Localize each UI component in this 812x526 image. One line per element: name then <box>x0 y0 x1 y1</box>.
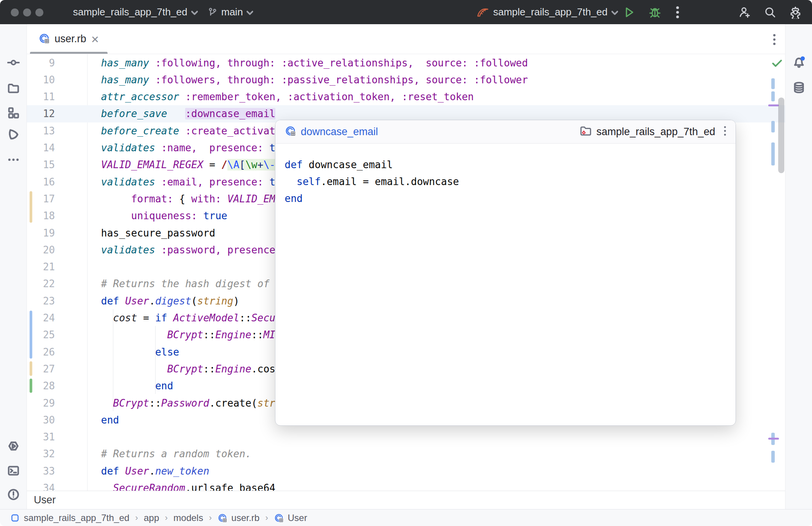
right-toolbar <box>785 24 812 509</box>
breadcrumb-label: app <box>144 513 159 523</box>
stripe-mark-blue[interactable] <box>771 121 775 132</box>
code-token: :: <box>203 363 215 375</box>
problems-tool-button[interactable] <box>7 488 20 501</box>
stripe-mark-blue[interactable] <box>771 142 775 165</box>
database-tool-button[interactable] <box>792 81 805 94</box>
code-token: new_token <box>155 465 209 477</box>
code-token: + <box>257 159 263 170</box>
code-token <box>101 346 155 358</box>
inspections-ok-check-icon[interactable] <box>771 56 784 71</box>
project-widget[interactable]: sample_rails_app_7th_ed <box>73 0 198 24</box>
code-token <box>167 312 173 324</box>
code-line-11[interactable]: 11attr_accessor :remember_token, :activa… <box>27 88 785 106</box>
code-line-32[interactable]: 32# Returns a random token. <box>27 445 785 463</box>
breadcrumb-item-app[interactable]: app <box>144 513 159 523</box>
popup-header: downcase_email sample_rails_app_7th_ed <box>275 120 736 144</box>
stripe-mark-blue[interactable] <box>771 78 775 89</box>
code-token <box>396 91 402 103</box>
popup-symbol-link[interactable]: downcase_email <box>301 126 378 138</box>
code-token: def <box>101 295 119 307</box>
ruby-icon <box>274 513 284 523</box>
pull-requests-tool-button[interactable] <box>7 128 20 141</box>
code-token <box>468 57 474 69</box>
gutter-change-marker[interactable] <box>30 361 32 375</box>
breadcrumb-item-User[interactable]: User <box>274 513 307 523</box>
notifications-bell-button[interactable] <box>792 56 805 69</box>
run-configuration-widget[interactable]: sample_rails_app_7th_ed <box>476 0 618 24</box>
tab-user-rb[interactable]: user.rb ✕ <box>30 24 108 54</box>
breadcrumb-item-user.rb[interactable]: user.rb <box>217 513 259 523</box>
search-everywhere-button[interactable] <box>764 0 777 24</box>
more-tool-windows-button[interactable] <box>7 153 20 166</box>
close-tab-icon[interactable]: ✕ <box>91 35 99 45</box>
code-token: / <box>221 159 227 170</box>
run-button[interactable] <box>623 0 635 24</box>
code-line-33[interactable]: 33def User.new_token <box>27 462 785 480</box>
breadcrumb-label: sample_rails_app_7th_ed <box>24 513 129 523</box>
gutter-change-marker[interactable] <box>30 379 32 393</box>
stripe-mark-purple[interactable] <box>768 104 779 106</box>
code-token: def <box>101 465 119 477</box>
code-token <box>119 295 125 307</box>
code-line-34[interactable]: 34 SecureRandom.urlsafe_base64 <box>27 480 785 491</box>
code-token: User <box>125 295 149 307</box>
code-token: :password, <box>161 244 222 256</box>
minimize-window-button[interactable] <box>23 8 31 17</box>
breadcrumb-item-sample_rails_app_7th_ed[interactable]: sample_rails_app_7th_ed <box>10 513 129 523</box>
code-token <box>101 397 113 409</box>
settings-button[interactable] <box>789 0 802 24</box>
code-token: :email, <box>161 176 204 188</box>
code-token <box>221 74 227 86</box>
stripe-mark-blue[interactable] <box>771 91 775 101</box>
code-token <box>414 57 426 69</box>
ruby-class-icon <box>285 125 296 138</box>
ruby-icon <box>217 513 227 523</box>
line-number: 19 <box>27 227 55 239</box>
popup-more-options-button[interactable] <box>724 126 726 138</box>
code-token: ) <box>233 295 239 307</box>
code-line-10[interactable]: 10has_many :followers, through: :passive… <box>27 71 785 88</box>
structure-tool-button[interactable] <box>7 106 20 119</box>
code-line-31[interactable]: 31 <box>27 428 785 446</box>
code-token: :followers, <box>155 74 221 86</box>
code-line-9[interactable]: 9has_many :following, through: :active_r… <box>27 54 785 71</box>
code-token: \w <box>245 159 257 170</box>
breadcrumb-separator: › <box>135 513 138 523</box>
gutter-change-marker[interactable] <box>30 191 32 223</box>
tab-options-button[interactable] <box>773 33 776 47</box>
code-token <box>468 74 474 86</box>
terminal-tool-button[interactable] <box>7 464 20 477</box>
stripe-mark-purple[interactable] <box>768 438 779 440</box>
code-token <box>167 108 185 119</box>
code-token: Engine <box>215 363 251 375</box>
code-token: BCrypt <box>113 397 149 409</box>
more-actions-button[interactable] <box>676 0 679 24</box>
code-token: :name, <box>161 142 197 154</box>
commit-tool-button[interactable] <box>7 56 20 69</box>
code-token: [ <box>239 159 245 170</box>
code-token <box>155 142 161 154</box>
close-window-button[interactable] <box>11 8 19 17</box>
breadcrumb-item-models[interactable]: models <box>174 513 203 523</box>
sticky-context-row[interactable]: User <box>27 491 785 509</box>
code-token: presence: <box>209 176 263 188</box>
code-token <box>155 176 161 188</box>
gutter-change-marker[interactable] <box>30 311 32 359</box>
stripe-mark-blue[interactable] <box>771 451 775 463</box>
module-icon <box>10 513 20 523</box>
code-token: \A <box>227 159 239 170</box>
project-tool-button[interactable] <box>7 82 20 95</box>
code-token <box>179 125 186 137</box>
vcs-branch-widget[interactable]: main <box>207 0 253 24</box>
debug-button[interactable] <box>648 0 661 24</box>
line-number: 30 <box>27 414 55 426</box>
code-with-me-button[interactable] <box>738 0 751 24</box>
editor-scrollbar-thumb[interactable] <box>778 98 784 173</box>
zoom-window-button[interactable] <box>35 8 43 17</box>
code-token: attr_accessor <box>101 91 179 103</box>
services-tool-button[interactable] <box>7 440 20 453</box>
code-token: = <box>203 159 221 170</box>
code-token: digest <box>155 295 191 307</box>
popup-code[interactable]: def downcase_email self.email = email.do… <box>275 144 736 425</box>
rails-icon <box>476 7 489 18</box>
